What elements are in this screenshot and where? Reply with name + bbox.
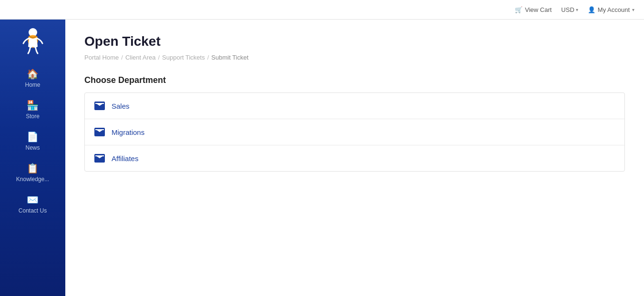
department-affiliates[interactable]: Affiliates: [85, 145, 624, 171]
main-layout: 🏠 Home 🏪 Store 📄 News 📋 Knowledge... ✉️ …: [0, 20, 644, 296]
top-header: 🛒 View Cart USD ▾ 👤 My Account ▾: [0, 0, 644, 20]
page-title: Open Ticket: [84, 34, 625, 49]
news-icon: 📄: [27, 131, 39, 143]
department-migrations[interactable]: Migrations: [85, 119, 624, 145]
user-icon: 👤: [588, 6, 595, 13]
migrations-mail-icon: [94, 128, 105, 136]
cart-icon: 🛒: [515, 6, 522, 13]
departments-list: Sales Migrations Affiliates: [84, 92, 625, 172]
my-account-button[interactable]: 👤 My Account ▾: [588, 6, 634, 13]
sidebar-item-news[interactable]: 📄 News: [0, 125, 65, 157]
sidebar-logo[interactable]: [11, 24, 54, 58]
breadcrumb-submit-ticket: Submit Ticket: [211, 54, 248, 61]
breadcrumb-support-tickets[interactable]: Support Tickets: [162, 54, 205, 61]
department-sales[interactable]: Sales: [85, 93, 624, 119]
breadcrumb-client-area[interactable]: Client Area: [125, 54, 156, 61]
sidebar-item-contact[interactable]: ✉️ Contact Us: [0, 188, 65, 220]
sidebar-label-home: Home: [25, 82, 40, 88]
sidebar-item-store[interactable]: 🏪 Store: [0, 94, 65, 125]
currency-dropdown-arrow: ▾: [576, 7, 578, 12]
sidebar-item-knowledge[interactable]: 📋 Knowledge...: [0, 157, 65, 188]
sidebar-item-home[interactable]: 🏠 Home: [0, 62, 65, 94]
view-cart-button[interactable]: 🛒 View Cart: [515, 6, 552, 13]
main-content: Open Ticket Portal Home / Client Area / …: [65, 20, 644, 296]
affiliates-label: Affiliates: [112, 154, 138, 163]
sidebar-label-knowledge: Knowledge...: [16, 176, 49, 183]
knowledge-icon: 📋: [27, 163, 39, 174]
sidebar-label-store: Store: [26, 113, 40, 120]
affiliates-mail-icon: [94, 154, 105, 163]
home-icon: 🏠: [27, 68, 39, 80]
currency-selector[interactable]: USD ▾: [561, 6, 578, 13]
sales-mail-icon: [94, 102, 105, 110]
breadcrumb-portal-home[interactable]: Portal Home: [84, 54, 119, 61]
sales-label: Sales: [112, 102, 130, 110]
breadcrumb: Portal Home / Client Area / Support Tick…: [84, 54, 625, 61]
contact-icon: ✉️: [27, 194, 39, 205]
my-account-label: My Account: [598, 6, 630, 13]
migrations-label: Migrations: [112, 128, 144, 136]
sidebar-label-news: News: [25, 144, 40, 151]
account-dropdown-arrow: ▾: [632, 7, 634, 12]
currency-label: USD: [561, 6, 574, 13]
view-cart-label: View Cart: [525, 6, 552, 13]
store-icon: 🏪: [27, 100, 39, 111]
section-title: Choose Department: [84, 75, 625, 85]
sidebar: 🏠 Home 🏪 Store 📄 News 📋 Knowledge... ✉️ …: [0, 20, 65, 296]
sidebar-label-contact: Contact Us: [19, 207, 47, 214]
